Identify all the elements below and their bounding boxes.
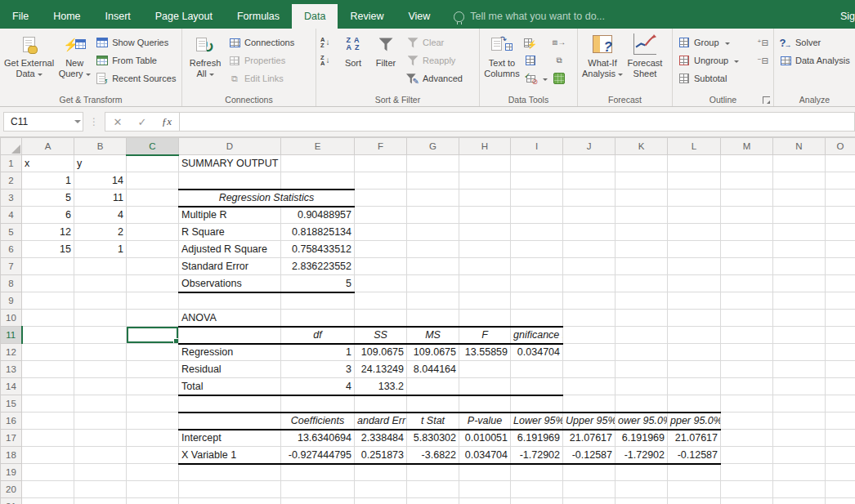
cell-E17[interactable]: 13.6340694 xyxy=(281,430,355,447)
cell-J3[interactable] xyxy=(563,190,616,207)
cell-L15[interactable] xyxy=(668,395,721,413)
cell-E2[interactable] xyxy=(281,172,355,190)
col-header-I[interactable]: I xyxy=(511,138,563,155)
cell-O19[interactable] xyxy=(826,464,855,481)
cell-O3[interactable] xyxy=(826,190,855,207)
cell-A13[interactable] xyxy=(22,361,74,378)
cell-D21[interactable] xyxy=(179,498,281,504)
cell-M6[interactable] xyxy=(721,241,773,258)
cell-O17[interactable] xyxy=(826,430,855,447)
cell-M5[interactable] xyxy=(721,224,773,241)
cell-E1[interactable] xyxy=(281,155,355,172)
from-table-button[interactable]: From Table xyxy=(93,51,178,69)
cell-M13[interactable] xyxy=(721,361,773,378)
cell-D19[interactable] xyxy=(179,464,281,481)
cell-K6[interactable] xyxy=(616,241,668,258)
consolidate-button[interactable]: ⧈→ xyxy=(550,33,568,51)
cell-I8[interactable] xyxy=(511,275,563,292)
cell-K8[interactable] xyxy=(616,275,668,292)
col-header-O[interactable]: O xyxy=(826,138,855,155)
tab-view[interactable]: View xyxy=(396,4,442,29)
tab-insert[interactable]: Insert xyxy=(93,4,143,29)
cell-N14[interactable] xyxy=(773,378,826,395)
cell-O11[interactable] xyxy=(826,327,855,344)
cell-I20[interactable] xyxy=(511,481,563,498)
cell-H11[interactable]: F xyxy=(459,327,511,344)
cell-B19[interactable] xyxy=(74,464,127,481)
cell-E11[interactable]: df xyxy=(281,327,355,344)
get-external-data-button[interactable]: Get External Data xyxy=(2,30,56,89)
cell-J16[interactable]: Upper 95% xyxy=(563,413,616,430)
cell-G11[interactable]: MS xyxy=(407,327,459,344)
cell-B3[interactable]: 11 xyxy=(74,190,127,207)
row-header-17[interactable]: 17 xyxy=(1,430,22,447)
cell-J4[interactable] xyxy=(563,207,616,224)
cell-O14[interactable] xyxy=(826,378,855,395)
cell-O4[interactable] xyxy=(826,207,855,224)
col-header-K[interactable]: K xyxy=(616,138,668,155)
row-header-8[interactable]: 8 xyxy=(1,275,22,292)
cancel-icon[interactable]: ✕ xyxy=(105,116,130,128)
row-header-12[interactable]: 12 xyxy=(1,344,22,361)
cell-D9[interactable] xyxy=(179,292,281,310)
cell-D3[interactable]: Regression Statistics xyxy=(179,190,355,207)
cell-G10[interactable] xyxy=(407,310,459,327)
cell-D5[interactable]: R Square xyxy=(179,224,281,241)
properties-button[interactable]: Properties xyxy=(226,51,297,69)
tab-page-layout[interactable]: Page Layout xyxy=(143,4,225,29)
cell-K14[interactable] xyxy=(616,378,668,395)
cell-M20[interactable] xyxy=(721,481,773,498)
cell-K5[interactable] xyxy=(616,224,668,241)
cell-L10[interactable] xyxy=(668,310,721,327)
col-header-D[interactable]: D xyxy=(179,138,281,155)
cell-F15[interactable] xyxy=(355,395,407,413)
col-header-H[interactable]: H xyxy=(459,138,511,155)
cell-B6[interactable]: 1 xyxy=(74,241,127,258)
cell-J11[interactable] xyxy=(563,327,616,344)
cell-F4[interactable] xyxy=(355,207,407,224)
cell-J20[interactable] xyxy=(563,481,616,498)
row-header-3[interactable]: 3 xyxy=(1,190,22,207)
cell-N16[interactable] xyxy=(773,413,826,430)
cell-L8[interactable] xyxy=(668,275,721,292)
cell-C13[interactable] xyxy=(127,361,179,378)
col-header-L[interactable]: L xyxy=(668,138,721,155)
cell-G20[interactable] xyxy=(407,481,459,498)
cell-O6[interactable] xyxy=(826,241,855,258)
cell-B5[interactable]: 2 xyxy=(74,224,127,241)
row-header-4[interactable]: 4 xyxy=(1,207,22,224)
cell-C1[interactable] xyxy=(127,155,179,172)
edit-links-button[interactable]: ⧉ Edit Links xyxy=(226,69,297,87)
cell-O15[interactable] xyxy=(826,395,855,413)
cell-B20[interactable] xyxy=(74,481,127,498)
cell-H14[interactable] xyxy=(459,378,511,395)
cell-E6[interactable]: 0.758433512 xyxy=(281,241,355,258)
cell-G2[interactable] xyxy=(407,172,459,190)
cell-N13[interactable] xyxy=(773,361,826,378)
cell-C9[interactable] xyxy=(127,292,179,310)
cell-N6[interactable] xyxy=(773,241,826,258)
cell-C6[interactable] xyxy=(127,241,179,258)
cell-I17[interactable]: 6.191969 xyxy=(511,430,563,447)
cell-A14[interactable] xyxy=(22,378,74,395)
cell-O13[interactable] xyxy=(826,361,855,378)
cell-H18[interactable]: 0.034704 xyxy=(459,447,511,464)
cell-D12[interactable]: Regression xyxy=(179,344,281,361)
cell-H21[interactable] xyxy=(459,498,511,504)
cell-O5[interactable] xyxy=(826,224,855,241)
sort-button[interactable]: Z AA Z Sort xyxy=(338,30,368,89)
cell-N3[interactable] xyxy=(773,190,826,207)
cell-E13[interactable]: 3 xyxy=(281,361,355,378)
cell-B18[interactable] xyxy=(74,447,127,464)
cell-M4[interactable] xyxy=(721,207,773,224)
cell-M21[interactable] xyxy=(721,498,773,504)
cell-L18[interactable]: -0.12587 xyxy=(668,447,721,464)
cell-L6[interactable] xyxy=(668,241,721,258)
cell-L4[interactable] xyxy=(668,207,721,224)
cell-B4[interactable]: 4 xyxy=(74,207,127,224)
cell-F7[interactable] xyxy=(355,258,407,275)
cell-A4[interactable]: 6 xyxy=(22,207,74,224)
cell-N12[interactable] xyxy=(773,344,826,361)
cell-D10[interactable]: ANOVA xyxy=(179,310,281,327)
cell-B1[interactable]: y xyxy=(74,155,127,172)
